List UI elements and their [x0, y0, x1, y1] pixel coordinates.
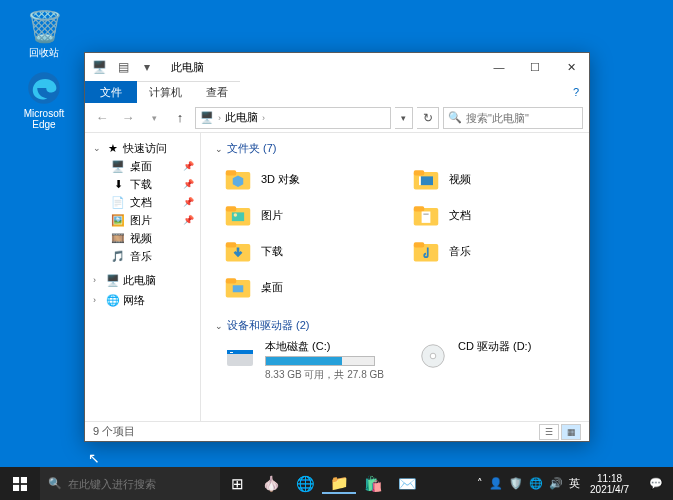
svg-rect-10 — [232, 212, 244, 221]
tray-network-icon[interactable]: 🌐 — [529, 477, 543, 490]
folder-videos-icon — [411, 164, 441, 194]
edge-icon — [26, 70, 62, 106]
windows-logo-icon — [13, 477, 27, 491]
taskbar-search[interactable]: 🔍 — [40, 467, 220, 500]
drive-d[interactable]: CD 驱动器 (D:) — [416, 339, 579, 382]
svg-rect-5 — [414, 170, 425, 175]
search-input[interactable] — [466, 112, 578, 124]
svg-rect-14 — [422, 212, 431, 223]
svg-point-27 — [430, 353, 436, 359]
chevron-down-icon: ⌄ — [215, 321, 223, 331]
svg-rect-19 — [414, 242, 425, 247]
qat-this-pc-icon[interactable]: 🖥️ — [89, 57, 109, 77]
folder-music[interactable]: 音乐 — [411, 234, 579, 268]
folder-pictures[interactable]: 图片 — [223, 198, 391, 232]
nav-forward-button[interactable]: → — [117, 107, 139, 129]
chevron-right-icon: › — [262, 113, 265, 123]
nav-network[interactable]: › 🌐 网络 — [85, 291, 200, 309]
navigation-pane: ⌄ ★ 快速访问 🖥️桌面📌 ⬇下载📌 📄文档📌 🖼️图片📌 🎞️视频 🎵音乐 … — [85, 133, 201, 421]
nav-item-desktop[interactable]: 🖥️桌面📌 — [85, 157, 200, 175]
drive-name: 本地磁盘 (C:) — [265, 339, 386, 354]
svg-rect-13 — [414, 206, 425, 211]
help-button[interactable]: ? — [563, 81, 589, 103]
chevron-down-icon: ⌄ — [93, 143, 103, 153]
search-box[interactable]: 🔍 — [443, 107, 583, 129]
maximize-button[interactable]: ☐ — [517, 54, 553, 80]
taskbar-app-1[interactable]: 🧄 — [254, 475, 288, 493]
taskbar-app-explorer[interactable]: 📁 — [322, 474, 356, 494]
minimize-button[interactable]: ― — [481, 54, 517, 80]
svg-rect-7 — [419, 176, 421, 185]
nav-item-pictures[interactable]: 🖼️图片📌 — [85, 211, 200, 229]
tray-volume-icon[interactable]: 🔊 — [549, 477, 563, 490]
folder-videos[interactable]: 视频 — [411, 162, 579, 196]
nav-up-button[interactable]: ↑ — [169, 107, 191, 129]
desktop-icon-recycle-bin[interactable]: 🗑️ 回收站 — [14, 8, 74, 60]
section-folders-header[interactable]: ⌄文件夹 (7) — [211, 137, 579, 162]
nav-this-pc[interactable]: › 🖥️ 此电脑 — [85, 271, 200, 289]
nav-back-button[interactable]: ← — [91, 107, 113, 129]
drive-name: CD 驱动器 (D:) — [458, 339, 579, 354]
tab-computer[interactable]: 计算机 — [137, 81, 194, 103]
view-details-button[interactable]: ☰ — [539, 424, 559, 440]
status-item-count: 9 个项目 — [93, 424, 135, 439]
drive-hdd-icon — [223, 339, 257, 373]
address-dropdown-button[interactable]: ▾ — [395, 107, 413, 129]
chevron-right-icon: › — [218, 113, 221, 123]
breadcrumb-this-pc[interactable]: 此电脑 — [225, 110, 258, 125]
nav-quick-access[interactable]: ⌄ ★ 快速访问 — [85, 139, 200, 157]
folder-documents[interactable]: 文档 — [411, 198, 579, 232]
taskbar-app-mail[interactable]: ✉️ — [390, 475, 424, 493]
network-icon: 🌐 — [106, 293, 120, 307]
pin-icon: 📌 — [183, 161, 194, 171]
folder-desktop-icon — [223, 272, 253, 302]
svg-rect-30 — [13, 484, 19, 490]
address-bar-row: ← → ▾ ↑ 🖥️ › 此电脑 › ▾ ↻ 🔍 — [85, 103, 589, 133]
nav-recent-button[interactable]: ▾ — [143, 107, 165, 129]
videos-icon: 🎞️ — [111, 231, 125, 245]
svg-rect-6 — [421, 176, 433, 185]
folder-downloads[interactable]: 下载 — [223, 234, 391, 268]
task-view-button[interactable]: ⊞ — [220, 475, 254, 493]
nav-item-downloads[interactable]: ⬇下载📌 — [85, 175, 200, 193]
system-tray: ˄ 👤 🛡️ 🌐 🔊 英 11:18 2021/4/7 — [471, 467, 639, 500]
svg-rect-2 — [226, 170, 237, 175]
qat-properties-icon[interactable]: ▤ — [113, 57, 133, 77]
taskbar-app-store[interactable]: 🛍️ — [356, 475, 390, 493]
qat-dropdown-icon[interactable]: ▾ — [137, 57, 157, 77]
address-bar[interactable]: 🖥️ › 此电脑 › — [195, 107, 391, 129]
nav-item-music[interactable]: 🎵音乐 — [85, 247, 200, 265]
svg-rect-25 — [230, 352, 233, 353]
tray-antivirus-icon[interactable]: 🛡️ — [509, 477, 523, 490]
tray-overflow-button[interactable]: ˄ — [477, 477, 483, 490]
refresh-button[interactable]: ↻ — [417, 107, 439, 129]
tab-view[interactable]: 查看 — [194, 81, 240, 103]
folder-desktop[interactable]: 桌面 — [223, 270, 391, 304]
view-icons-button[interactable]: ▦ — [561, 424, 581, 440]
chevron-right-icon: › — [93, 275, 103, 285]
folder-downloads-icon — [223, 236, 253, 266]
drive-c[interactable]: 本地磁盘 (C:) 8.33 GB 可用，共 27.8 GB — [223, 339, 386, 382]
tray-ime-indicator[interactable]: 英 — [569, 476, 580, 491]
start-button[interactable] — [0, 467, 40, 500]
section-drives-header[interactable]: ⌄设备和驱动器 (2) — [211, 314, 579, 339]
svg-point-11 — [234, 213, 238, 217]
taskbar-search-input[interactable] — [68, 478, 212, 490]
svg-rect-21 — [226, 278, 237, 283]
taskbar-clock[interactable]: 11:18 2021/4/7 — [586, 473, 633, 495]
pin-icon: 📌 — [183, 197, 194, 207]
nav-item-documents[interactable]: 📄文档📌 — [85, 193, 200, 211]
folder-3d-icon — [223, 164, 253, 194]
desktop-icon-edge[interactable]: Microsoft Edge — [14, 70, 74, 130]
taskbar: 🔍 ⊞ 🧄 🌐 📁 🛍️ ✉️ ˄ 👤 🛡️ 🌐 🔊 英 11:18 2021/… — [0, 467, 673, 500]
tray-people-icon[interactable]: 👤 — [489, 477, 503, 490]
nav-item-videos[interactable]: 🎞️视频 — [85, 229, 200, 247]
search-icon: 🔍 — [48, 477, 62, 490]
taskbar-app-edge[interactable]: 🌐 — [288, 475, 322, 493]
action-center-button[interactable]: 💬 — [639, 467, 673, 500]
folder-3d-objects[interactable]: 3D 对象 — [223, 162, 391, 196]
tab-file[interactable]: 文件 — [85, 81, 137, 103]
close-button[interactable]: ✕ — [553, 54, 589, 80]
downloads-icon: ⬇ — [111, 177, 125, 191]
titlebar[interactable]: 🖥️ ▤ ▾ 此电脑 ― ☐ ✕ — [85, 53, 589, 81]
